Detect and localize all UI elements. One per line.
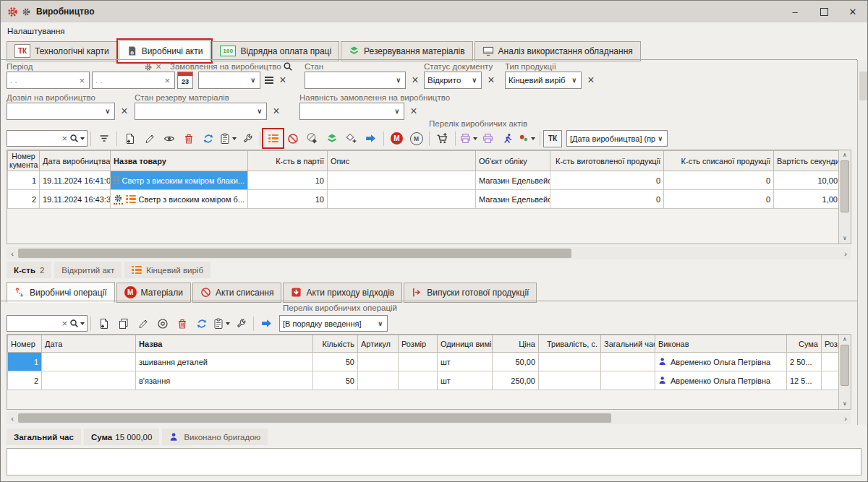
cell-qty[interactable]: 50 [313,371,358,390]
minimize-button[interactable]: – [780,1,809,22]
cell-total[interactable] [601,371,655,390]
add-button[interactable] [94,314,114,332]
col-article[interactable]: Артикул [358,335,399,353]
maximize-button[interactable] [809,1,838,22]
final-product-filter-button[interactable] [263,129,283,147]
tab-tech-cards[interactable]: ТК Технологічні карти [7,41,117,61]
period-from-input[interactable]: . . × [7,72,90,89]
cell-num[interactable]: 2 [8,371,42,390]
cell-sum[interactable]: 2 50... [787,353,822,371]
cell-worker[interactable]: Авременко Ольга Петрівна [655,371,787,390]
cell-made[interactable]: 0 [550,190,664,209]
col-sum[interactable]: Сума [787,335,822,353]
ops-horizontal-scrollbar[interactable]: ‹ › [7,412,851,424]
period-settings-gear-icon[interactable] [144,63,153,72]
col-duration[interactable]: Тривалість, с. [539,335,601,353]
col-production-date[interactable]: Дата виробництва [40,151,111,171]
forward-button[interactable] [257,314,276,332]
doc-status-select[interactable]: Відкрито ∨ [424,72,482,89]
table-row[interactable]: 2 19.11.2024 16:43:35 Светр з високим ко… [8,190,841,209]
col-batch-qty[interactable]: К-сть в партії [248,151,328,171]
reserve-state-clear-button[interactable]: × [270,103,283,120]
table-row[interactable]: 1 19.11.2024 16:41:00 Светр з високим ко… [8,171,841,190]
permission-select[interactable]: ∨ [7,103,115,120]
view-button[interactable] [159,129,179,147]
calendar-button[interactable]: 23 [177,72,193,89]
period-from-clear-icon[interactable]: × [77,75,86,86]
edit-button[interactable] [140,129,159,147]
print-button[interactable] [478,129,498,147]
col-second-cost[interactable]: Вартість секунди [774,151,841,171]
ops-sort-select[interactable]: [В порядку введення] ∨ [279,315,388,332]
acts-vertical-scrollbar[interactable]: ∧ ∨ [838,150,851,244]
product-type-clear-button[interactable]: × [584,72,597,89]
cell-sec-cost[interactable]: 10,00 [774,171,841,190]
cell-unit[interactable]: шт [438,371,493,390]
menu-settings[interactable]: Налаштування [7,27,64,35]
production-order-select[interactable]: ∨ [198,72,260,89]
scroll-up-icon[interactable]: ∧ [839,150,851,160]
cell-batch[interactable]: 10 [248,190,328,209]
scroll-left-icon[interactable]: ‹ [7,249,18,258]
refresh-button[interactable] [192,314,211,332]
col-price[interactable]: Ціна [493,335,539,353]
cell-date[interactable] [42,353,136,371]
tab-production-acts[interactable]: Виробничі акти [119,40,211,61]
product-type-select[interactable]: Кінцевий виріб ∨ [505,72,582,89]
writeoff-button[interactable] [302,129,322,147]
splitter-thumb[interactable] [859,72,867,100]
order-presence-clear-button[interactable]: × [407,103,420,120]
state-select[interactable]: ∨ [305,72,406,89]
tab-piecework-pay[interactable]: 100 Відрядна оплата праці [212,41,339,61]
comment-box[interactable] [7,448,861,475]
cell-worker[interactable]: Авременко Ольга Петрівна [655,353,787,371]
edit-button[interactable] [133,314,153,332]
col-product-name[interactable]: Назва товару [111,151,248,171]
col-size[interactable]: Розмір [399,335,438,353]
cancel-act-button[interactable] [283,129,302,147]
cell-size[interactable] [399,353,438,371]
col-worker[interactable]: Виконав [655,335,787,353]
scrollbar-thumb[interactable] [841,345,849,386]
scroll-up-icon[interactable]: ∧ [839,335,851,345]
cell-desc[interactable] [328,190,476,209]
tab-equipment-analysis[interactable]: Аналіз використання обладнання [475,41,641,61]
cell-num[interactable]: 1 [8,353,42,371]
period-clear-button[interactable]: × [156,61,161,72]
tab-waste-acts[interactable]: Акти приходу відходів [283,283,402,303]
cell-num[interactable]: 1 [8,171,40,190]
cell-name[interactable]: зшивання деталей [136,353,313,371]
tools-button[interactable] [237,129,257,147]
acts-search-input[interactable]: × [7,130,88,147]
cell-date[interactable] [42,371,136,390]
cell-writeoff[interactable]: 0 [664,171,774,190]
table-row[interactable]: 1 зшивання деталей 50 шт 50,00 Авременко… [8,353,841,371]
col-name[interactable]: Назва [136,335,313,353]
col-date[interactable]: Дата [42,335,136,353]
cell-sum[interactable]: 12 5... [787,371,822,390]
scroll-down-icon[interactable]: ∨ [839,233,851,244]
state-clear-button[interactable]: × [409,72,422,89]
cell-desc[interactable] [328,171,476,190]
cell-date[interactable]: 19.11.2024 16:43:35 [40,190,111,209]
right-splitter[interactable] [857,60,868,425]
cell-size[interactable] [399,371,438,390]
search-options-caret-icon[interactable] [80,322,85,325]
scroll-right-icon[interactable]: › [840,249,851,258]
col-doc-number[interactable]: Номер кумента [8,151,40,171]
tech-card-button[interactable]: ТК [543,130,562,147]
ops-vertical-scrollbar[interactable]: ∧ ∨ [838,335,851,409]
add-to-cart-button[interactable] [433,129,452,147]
col-produced-qty[interactable]: К-сть виготовленої продукції [550,151,664,171]
tab-material-reserve[interactable]: Резервування матеріалів [341,41,472,61]
col-writeoff-qty[interactable]: К-сть списаної продукції [664,151,774,171]
run-button[interactable] [498,129,517,147]
tab-writeoff-acts[interactable]: Акти списання [192,283,282,303]
doc-status-clear-button[interactable]: × [485,72,498,89]
add-button[interactable] [120,129,140,147]
cell-sec-cost[interactable]: 1,00 [774,190,841,209]
cell-batch[interactable]: 10 [248,171,328,190]
cell-made[interactable]: 0 [550,171,664,190]
cell-name[interactable]: в'язання [136,371,313,390]
col-description[interactable]: Опис [328,151,476,171]
